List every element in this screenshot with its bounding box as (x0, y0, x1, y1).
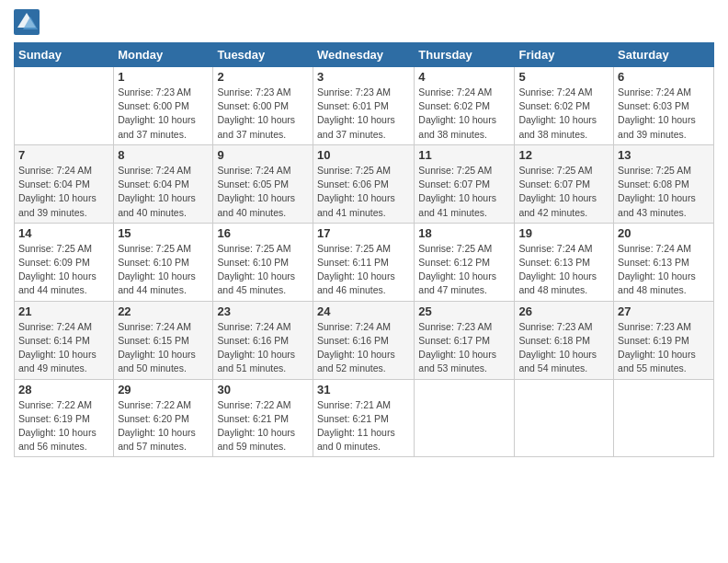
day-info: Sunrise: 7:23 AMSunset: 6:00 PMDaylight:… (118, 86, 209, 142)
day-number: 13 (618, 148, 710, 162)
day-number: 18 (418, 226, 510, 240)
calendar-cell: 23Sunrise: 7:24 AMSunset: 6:16 PMDayligh… (213, 301, 313, 379)
day-info: Sunrise: 7:24 AMSunset: 6:03 PMDaylight:… (618, 86, 710, 142)
calendar-cell (515, 379, 614, 457)
calendar-cell: 7Sunrise: 7:24 AMSunset: 6:04 PMDaylight… (15, 144, 114, 223)
day-info: Sunrise: 7:23 AMSunset: 6:18 PMDaylight:… (518, 320, 609, 376)
day-number: 5 (518, 70, 609, 84)
calendar-header: SundayMondayTuesdayWednesdayThursdayFrid… (15, 43, 714, 67)
calendar-cell: 13Sunrise: 7:25 AMSunset: 6:08 PMDayligh… (614, 144, 714, 223)
day-number: 20 (618, 226, 710, 240)
day-info: Sunrise: 7:24 AMSunset: 6:14 PMDaylight:… (18, 320, 109, 376)
calendar-cell (614, 379, 714, 457)
day-info: Sunrise: 7:24 AMSunset: 6:04 PMDaylight:… (118, 164, 209, 220)
day-info: Sunrise: 7:25 AMSunset: 6:07 PMDaylight:… (518, 164, 609, 220)
day-number: 22 (118, 304, 209, 318)
day-info: Sunrise: 7:22 AMSunset: 6:21 PMDaylight:… (217, 398, 309, 454)
day-number: 23 (217, 304, 309, 318)
calendar-cell: 29Sunrise: 7:22 AMSunset: 6:20 PMDayligh… (114, 379, 213, 457)
calendar-cell: 9Sunrise: 7:24 AMSunset: 6:05 PMDaylight… (213, 144, 313, 223)
calendar-cell: 22Sunrise: 7:24 AMSunset: 6:15 PMDayligh… (114, 301, 213, 379)
day-number: 19 (518, 226, 609, 240)
calendar-cell: 16Sunrise: 7:25 AMSunset: 6:10 PMDayligh… (213, 223, 313, 301)
header (14, 9, 714, 35)
calendar-cell: 15Sunrise: 7:25 AMSunset: 6:10 PMDayligh… (114, 223, 213, 301)
calendar-cell: 20Sunrise: 7:24 AMSunset: 6:13 PMDayligh… (614, 223, 714, 301)
day-info: Sunrise: 7:25 AMSunset: 6:10 PMDaylight:… (217, 242, 309, 298)
calendar-cell (415, 379, 515, 457)
calendar-cell: 14Sunrise: 7:25 AMSunset: 6:09 PMDayligh… (15, 223, 114, 301)
day-number: 9 (217, 148, 309, 162)
calendar-week-row: 28Sunrise: 7:22 AMSunset: 6:19 PMDayligh… (15, 379, 714, 457)
day-info: Sunrise: 7:25 AMSunset: 6:06 PMDaylight:… (317, 164, 410, 220)
day-number: 10 (317, 148, 410, 162)
logo (14, 9, 43, 35)
day-info: Sunrise: 7:23 AMSunset: 6:00 PMDaylight:… (217, 86, 309, 142)
day-number: 31 (317, 383, 410, 396)
day-number: 15 (118, 226, 209, 240)
day-info: Sunrise: 7:25 AMSunset: 6:10 PMDaylight:… (118, 242, 209, 298)
day-info: Sunrise: 7:24 AMSunset: 6:02 PMDaylight:… (418, 86, 510, 142)
day-info: Sunrise: 7:24 AMSunset: 6:04 PMDaylight:… (18, 164, 109, 220)
day-number: 6 (618, 70, 710, 84)
weekday-header: Tuesday (213, 43, 313, 67)
day-number: 1 (118, 70, 209, 84)
calendar-cell: 30Sunrise: 7:22 AMSunset: 6:21 PMDayligh… (213, 379, 313, 457)
day-number: 12 (518, 148, 609, 162)
day-number: 27 (618, 304, 710, 318)
day-info: Sunrise: 7:23 AMSunset: 6:01 PMDaylight:… (317, 86, 410, 142)
calendar-cell: 2Sunrise: 7:23 AMSunset: 6:00 PMDaylight… (213, 67, 313, 145)
day-number: 25 (418, 304, 510, 318)
weekday-header: Thursday (415, 43, 515, 67)
calendar-cell: 5Sunrise: 7:24 AMSunset: 6:02 PMDaylight… (515, 67, 614, 145)
calendar-cell: 8Sunrise: 7:24 AMSunset: 6:04 PMDaylight… (114, 144, 213, 223)
day-number: 21 (18, 304, 109, 318)
day-info: Sunrise: 7:22 AMSunset: 6:20 PMDaylight:… (118, 398, 209, 454)
day-info: Sunrise: 7:25 AMSunset: 6:08 PMDaylight:… (618, 164, 710, 220)
day-number: 30 (217, 383, 309, 396)
day-number: 7 (18, 148, 109, 162)
weekday-header: Monday (114, 43, 213, 67)
calendar-cell: 11Sunrise: 7:25 AMSunset: 6:07 PMDayligh… (415, 144, 515, 223)
calendar-week-row: 21Sunrise: 7:24 AMSunset: 6:14 PMDayligh… (15, 301, 714, 379)
day-info: Sunrise: 7:24 AMSunset: 6:16 PMDaylight:… (217, 320, 309, 376)
day-info: Sunrise: 7:23 AMSunset: 6:17 PMDaylight:… (418, 320, 510, 376)
day-number: 26 (518, 304, 609, 318)
day-info: Sunrise: 7:25 AMSunset: 6:11 PMDaylight:… (317, 242, 410, 298)
day-number: 3 (317, 70, 410, 84)
calendar-cell: 10Sunrise: 7:25 AMSunset: 6:06 PMDayligh… (313, 144, 415, 223)
day-info: Sunrise: 7:24 AMSunset: 6:02 PMDaylight:… (518, 86, 609, 142)
calendar-cell: 25Sunrise: 7:23 AMSunset: 6:17 PMDayligh… (415, 301, 515, 379)
day-info: Sunrise: 7:25 AMSunset: 6:12 PMDaylight:… (418, 242, 510, 298)
calendar-cell: 24Sunrise: 7:24 AMSunset: 6:16 PMDayligh… (313, 301, 415, 379)
day-number: 17 (317, 226, 410, 240)
day-number: 16 (217, 226, 309, 240)
day-number: 4 (418, 70, 510, 84)
day-number: 29 (118, 383, 209, 396)
day-info: Sunrise: 7:24 AMSunset: 6:05 PMDaylight:… (217, 164, 309, 220)
calendar-week-row: 7Sunrise: 7:24 AMSunset: 6:04 PMDaylight… (15, 144, 714, 223)
day-info: Sunrise: 7:24 AMSunset: 6:13 PMDaylight:… (618, 242, 710, 298)
calendar-week-row: 1Sunrise: 7:23 AMSunset: 6:00 PMDaylight… (15, 67, 714, 145)
day-number: 8 (118, 148, 209, 162)
day-number: 24 (317, 304, 410, 318)
day-info: Sunrise: 7:23 AMSunset: 6:19 PMDaylight:… (618, 320, 710, 376)
calendar-cell: 4Sunrise: 7:24 AMSunset: 6:02 PMDaylight… (415, 67, 515, 145)
calendar-cell: 27Sunrise: 7:23 AMSunset: 6:19 PMDayligh… (614, 301, 714, 379)
weekday-header: Friday (515, 43, 614, 67)
calendar-table: SundayMondayTuesdayWednesdayThursdayFrid… (14, 42, 714, 457)
calendar-container: SundayMondayTuesdayWednesdayThursdayFrid… (0, 0, 728, 466)
calendar-cell: 28Sunrise: 7:22 AMSunset: 6:19 PMDayligh… (15, 379, 114, 457)
day-info: Sunrise: 7:21 AMSunset: 6:21 PMDaylight:… (317, 398, 410, 454)
calendar-cell: 3Sunrise: 7:23 AMSunset: 6:01 PMDaylight… (313, 67, 415, 145)
weekday-header: Saturday (614, 43, 714, 67)
day-info: Sunrise: 7:25 AMSunset: 6:07 PMDaylight:… (418, 164, 510, 220)
day-number: 28 (18, 383, 109, 396)
calendar-cell: 6Sunrise: 7:24 AMSunset: 6:03 PMDaylight… (614, 67, 714, 145)
calendar-cell (15, 67, 114, 145)
calendar-cell: 12Sunrise: 7:25 AMSunset: 6:07 PMDayligh… (515, 144, 614, 223)
day-info: Sunrise: 7:24 AMSunset: 6:16 PMDaylight:… (317, 320, 410, 376)
logo-icon (14, 9, 40, 35)
calendar-cell: 21Sunrise: 7:24 AMSunset: 6:14 PMDayligh… (15, 301, 114, 379)
day-info: Sunrise: 7:25 AMSunset: 6:09 PMDaylight:… (18, 242, 109, 298)
